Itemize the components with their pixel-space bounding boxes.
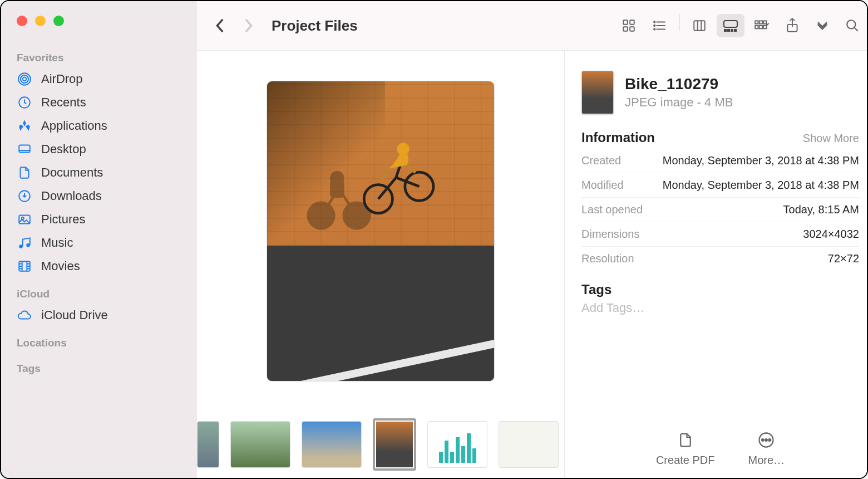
action-label: Create PDF	[656, 454, 715, 467]
clock-icon	[17, 95, 32, 110]
svg-point-53	[762, 439, 764, 441]
minimize-window-button[interactable]	[35, 16, 46, 26]
preview-image[interactable]	[267, 81, 495, 382]
thumbnail-item-selected[interactable]	[373, 418, 416, 471]
svg-point-25	[654, 21, 655, 22]
sidebar-item-label: Music	[41, 236, 73, 250]
thumbnail-strip[interactable]	[197, 411, 564, 478]
sidebar-item-pictures[interactable]: Pictures	[1, 208, 197, 231]
svg-point-50	[405, 173, 433, 201]
group-by-button[interactable]	[752, 16, 772, 36]
music-icon	[17, 235, 32, 251]
toolbar: Project Files	[197, 1, 867, 50]
svg-rect-28	[694, 21, 705, 30]
airdrop-icon	[17, 71, 32, 87]
finder-window: Favorites AirDrop Recents Applications D…	[1, 1, 867, 478]
file-thumbnail-icon	[581, 71, 614, 114]
window-title: Project Files	[272, 17, 607, 35]
info-label: Last opened	[581, 203, 643, 216]
svg-point-55	[769, 439, 771, 441]
icon-view-button[interactable]	[615, 14, 643, 37]
sidebar-item-documents[interactable]: Documents	[1, 161, 197, 184]
info-row-dimensions: Dimensions 3024×4032	[581, 222, 859, 247]
create-pdf-button[interactable]: Create PDF	[656, 431, 715, 467]
large-preview	[197, 51, 564, 411]
svg-point-1	[21, 75, 28, 83]
info-label: Resolution	[581, 252, 634, 265]
sidebar-item-label: Pictures	[41, 212, 85, 227]
svg-rect-19	[630, 20, 634, 25]
thumbnail-item[interactable]	[302, 421, 362, 468]
show-more-button[interactable]: Show More	[803, 132, 859, 145]
tags-heading: Tags	[581, 282, 859, 297]
svg-rect-48	[330, 180, 344, 198]
info-value: Monday, September 3, 2018 at 4:38 PM	[663, 179, 859, 192]
svg-point-26	[654, 25, 655, 26]
sidebar-item-airdrop[interactable]: AirDrop	[1, 67, 197, 91]
info-panel: Bike_110279 JPEG image - 4 MB Informatio…	[564, 51, 867, 478]
svg-rect-32	[724, 30, 726, 31]
search-button[interactable]	[842, 16, 862, 36]
svg-point-27	[654, 28, 655, 30]
sidebar-item-icloud-drive[interactable]: iCloud Drive	[1, 304, 197, 327]
thumbnail-item[interactable]	[230, 421, 290, 468]
sidebar-section-tags: Tags	[1, 359, 197, 378]
info-row-resolution: Resolution 72×72	[581, 247, 859, 271]
thumbnail-item[interactable]	[499, 421, 559, 468]
sidebar-item-downloads[interactable]: Downloads	[1, 184, 197, 208]
file-kind: JPEG image - 4 MB	[625, 95, 733, 110]
sidebar-item-movies[interactable]: Movies	[1, 255, 197, 278]
applications-icon	[17, 118, 32, 134]
download-icon	[17, 188, 32, 204]
column-view-button[interactable]	[685, 14, 713, 37]
svg-point-51	[397, 143, 409, 155]
sidebar-item-label: Movies	[41, 259, 80, 273]
thumbnail-item[interactable]	[197, 421, 219, 468]
svg-rect-33	[728, 30, 729, 31]
info-label: Modified	[581, 179, 624, 192]
info-value: Today, 8:15 AM	[783, 203, 859, 216]
svg-rect-20	[623, 27, 628, 31]
zoom-window-button[interactable]	[53, 16, 64, 26]
more-icon	[757, 431, 776, 449]
file-header: Bike_110279 JPEG image - 4 MB	[581, 71, 859, 114]
back-button[interactable]	[210, 16, 230, 36]
film-icon	[17, 258, 32, 274]
svg-rect-31	[724, 21, 737, 27]
sidebar-item-label: Applications	[41, 119, 107, 133]
document-icon	[676, 431, 695, 449]
content-area: Bike_110279 JPEG image - 4 MB Informatio…	[197, 50, 867, 478]
close-window-button[interactable]	[17, 16, 27, 26]
svg-rect-35	[734, 30, 736, 31]
info-value: 3024×4032	[803, 228, 859, 241]
forward-button[interactable]	[238, 16, 258, 36]
separator	[679, 14, 680, 31]
share-button[interactable]	[782, 16, 802, 36]
sidebar-item-label: iCloud Drive	[41, 308, 108, 322]
desktop-icon	[17, 141, 32, 157]
svg-rect-39	[755, 26, 758, 28]
sidebar: Favorites AirDrop Recents Applications D…	[1, 1, 197, 478]
more-actions-button[interactable]: More…	[748, 431, 785, 467]
view-mode-group	[615, 14, 744, 37]
sidebar-item-applications[interactable]: Applications	[1, 114, 197, 138]
svg-rect-37	[760, 21, 762, 23]
list-view-button[interactable]	[646, 14, 674, 37]
action-label: More…	[748, 454, 785, 467]
information-heading: Information	[581, 130, 655, 145]
add-tags-field[interactable]: Add Tags…	[581, 301, 859, 315]
main-area: Project Files	[197, 1, 867, 478]
gallery-view-button[interactable]	[717, 14, 744, 37]
sidebar-item-label: AirDrop	[41, 72, 83, 86]
svg-rect-34	[731, 30, 733, 31]
sidebar-item-music[interactable]: Music	[1, 231, 197, 255]
info-row-created: Created Monday, September 3, 2018 at 4:3…	[581, 149, 859, 173]
thumbnail-item[interactable]	[427, 421, 487, 468]
sidebar-item-desktop[interactable]: Desktop	[1, 138, 197, 161]
info-value: 72×72	[828, 252, 859, 265]
more-toolbar-button[interactable]	[812, 16, 832, 36]
sidebar-item-label: Downloads	[41, 189, 102, 203]
toolbar-right	[752, 16, 862, 36]
file-name: Bike_110279	[625, 75, 733, 93]
sidebar-item-recents[interactable]: Recents	[1, 91, 197, 114]
